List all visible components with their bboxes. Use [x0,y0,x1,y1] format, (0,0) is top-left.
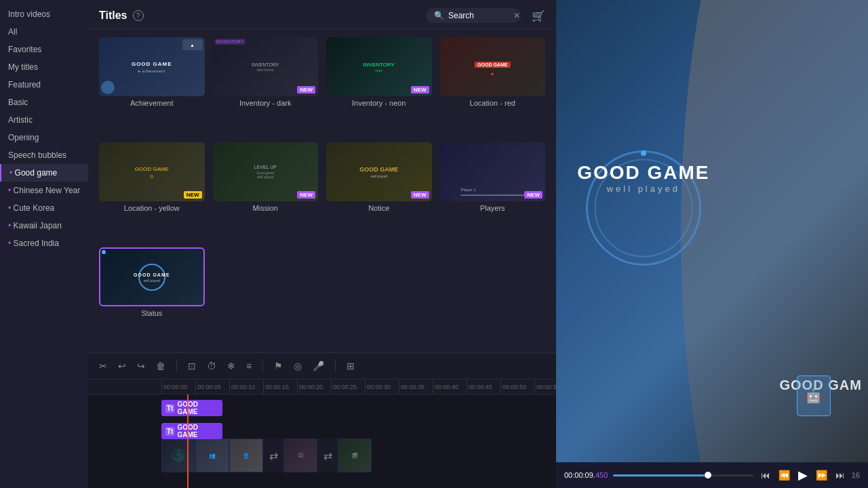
main-panel: Titles ? 🔍 ✕ 🛒 GOOD GAME ▸ achievement ▲ [88,0,556,488]
search-input[interactable] [448,11,509,20]
title-card-notice[interactable]: GOOD GAME well played NEW Notice [326,142,432,239]
cut-tool[interactable]: ✂ [96,358,110,374]
card-label-notice: Notice [326,204,432,212]
sidebar-item-good-game[interactable]: Good game [0,164,88,182]
new-badge-notice: NEW [411,191,429,199]
speed-tool[interactable]: ⏱ [204,358,219,374]
transition-1[interactable]: ⇄ [263,439,283,472]
ruler-mark: 00:00:35 [399,380,433,394]
video-thumb-4: 🖼 [283,439,317,472]
card-label-status: Status [99,309,205,317]
cart-icon[interactable]: 🛒 [532,9,545,22]
title-card-location-red[interactable]: GOOD GAME ▾ Location - red [440,37,546,134]
preview-overlay-text: GOOD GAME well played [577,162,709,194]
crop-tool[interactable]: ⊡ [185,358,199,374]
split-audio-tool[interactable]: ≡ [243,358,254,374]
ruler-mark: 00:00:40 [433,380,467,394]
frame-display: 16 [852,471,860,479]
clear-search-icon[interactable]: ✕ [513,11,520,20]
flag-tool[interactable]: ⚑ [271,358,285,374]
thumb-inventory-dark: INVENTORY dark theme INVENTORY NEW [213,37,319,96]
sidebar-item-chinese-new-year[interactable]: Chinese New Year [0,182,88,199]
play-button[interactable]: ▶ [797,466,809,484]
sidebar-item-cute-korea[interactable]: Cute Korea [0,199,88,217]
ruler-mark: 00:00:50 [500,380,534,394]
new-badge-inv-dark: NEW [297,86,315,94]
preview-panel: GOOD GAME well played GOOD GAM 🤖 00:00:0… [556,0,868,488]
sidebar-item-all[interactable]: All [0,23,88,41]
tt-icon-1: Tt [165,404,174,413]
redo-tool[interactable]: ↪ [134,358,148,374]
card-label-mission: Mission [213,204,319,212]
thumb-location-yellow: GOOD GAME ◎ NEW [99,142,205,201]
sidebar-item-opening[interactable]: Opening [0,129,88,146]
new-badge-inv-neon: NEW [411,86,429,94]
step-forward-button[interactable]: ⏩ [814,468,829,482]
transition-2[interactable]: ⇄ [317,439,338,472]
layout-tool[interactable]: ⊞ [344,358,357,374]
sidebar-item-basic[interactable]: Basic [0,94,88,111]
card-label-inventory-neon: Inventory - neon [326,99,432,107]
title-card-inventory-dark[interactable]: INVENTORY dark theme INVENTORY NEW Inven… [213,37,319,134]
red-label: GOOD GAME [475,62,510,68]
video-background: GOOD GAME well played GOOD GAM 🤖 [556,0,868,462]
timeline-toolbar: ✂ ↩ ↪ 🗑 ⊡ ⏱ ❄ ≡ ⚑ ◎ 🎤 ⊞ [88,352,556,380]
title-clip-2[interactable]: Tt GOOD GAME [161,423,222,439]
skip-forward-button[interactable]: ⏭ [834,468,846,482]
search-bar: 🔍 ✕ [426,8,521,23]
info-icon[interactable]: ? [133,10,144,21]
card-label-achievement: Achievement [99,99,205,107]
skip-back-button[interactable]: ⏮ [760,468,772,482]
ruler-mark: 00:00:25 [331,380,365,394]
timeline-content: Tt GOOD GAME Tt GOOD GAME 🌑 👥 [88,394,556,488]
card-label-location-red: Location - red [440,99,546,107]
ruler-mark: 00:00:45 [467,380,500,394]
sidebar-item-kawaii-japan[interactable]: Kawaii Japan [0,217,88,235]
preview-title: GOOD GAME [577,162,709,184]
thumb-mission: LEVEL UP Good gamewell played NEW [213,142,319,201]
title-card-inventory-neon[interactable]: INVENTORY neon NEW Inventory - neon [326,37,432,134]
sidebar-item-speech-bubbles[interactable]: Speech bubbles [0,146,88,164]
title-card-achievement[interactable]: GOOD GAME ▸ achievement ▲ Achievement [99,37,205,134]
sidebar-item-featured[interactable]: Featured [0,76,88,94]
sidebar-item-my-titles[interactable]: My titles [0,58,88,76]
card-label-players: Players [440,204,546,212]
step-back-button[interactable]: ⏪ [777,468,791,482]
preview-video: GOOD GAME well played GOOD GAM 🤖 [556,0,868,462]
title-card-players[interactable]: Player 1 NEW Players [440,142,546,239]
sidebar-item-artistic[interactable]: Artistic [0,111,88,129]
audio-effects-tool[interactable]: ◎ [291,358,304,374]
title-clip-1[interactable]: Tt GOOD GAME [161,400,222,416]
title-card-status[interactable]: GOOD GAME well played Status [99,247,205,344]
progress-thumb[interactable] [705,472,711,479]
thumb-notice: GOOD GAME well played NEW [326,142,432,201]
delete-tool[interactable]: 🗑 [153,358,168,374]
video-thumb-5: 🎬 [338,439,372,472]
thumb-achievement: GOOD GAME ▸ achievement ▲ [99,37,205,96]
clip-label-2: GOOD GAME [177,424,218,439]
thumb-players: Player 1 NEW [440,142,546,201]
time-display: 00:00:09.450 [564,471,608,479]
video-thumb-2: 👥 [195,439,229,472]
ruler-mark: 00:00:15 [263,380,297,394]
titles-header: Titles ? 🔍 ✕ 🛒 [88,0,556,29]
sidebar-item-intro-videos[interactable]: Intro videos [0,5,88,23]
ruler-mark: 00:00:05 [195,380,229,394]
ruler-mark: 00:00:20 [297,380,331,394]
toolbar-separator-1 [176,359,177,373]
title-card-location-yellow[interactable]: GOOD GAME ◎ NEW Location - yellow [99,142,205,239]
voice-tool[interactable]: 🎤 [310,358,327,374]
thumb-location-red: GOOD GAME ▾ [440,37,546,96]
sidebar-item-favorites[interactable]: Favorites [0,41,88,58]
sidebar-item-sacred-india[interactable]: Sacred India [0,235,88,252]
freeze-tool[interactable]: ❄ [224,358,238,374]
card-label-location-yellow: Location - yellow [99,204,205,212]
progress-bar[interactable] [613,474,754,476]
video-thumb-1: 🌑 [161,439,195,472]
toolbar-separator-2 [262,359,263,373]
undo-tool[interactable]: ↩ [115,358,129,374]
new-badge-loc-yellow: NEW [184,191,202,199]
title-card-mission[interactable]: LEVEL UP Good gamewell played NEW Missio… [213,142,319,239]
search-icon: 🔍 [434,11,444,20]
ruler-mark: 00:00:30 [365,380,399,394]
